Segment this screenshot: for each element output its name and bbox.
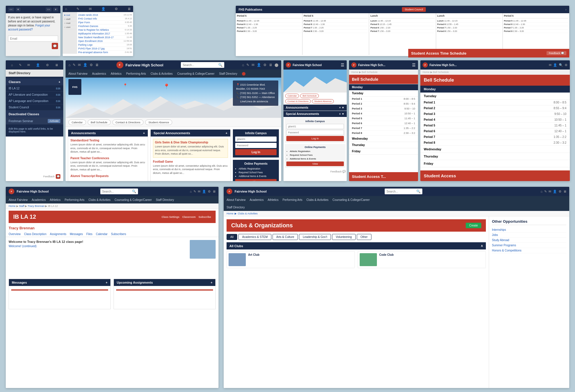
- nav-item-3[interactable]: ○ mail: [63, 21, 76, 25]
- assignments-link[interactable]: Assignments: [50, 232, 66, 236]
- messages-link[interactable]: Messages: [70, 232, 83, 236]
- clubs-user-icon[interactable]: 👤: [553, 190, 557, 193]
- add-class-button[interactable]: +: [59, 80, 60, 84]
- mail-icon-2[interactable]: ✉: [252, 63, 254, 67]
- clubs-search-input[interactable]: [386, 190, 415, 193]
- mail-icon[interactable]: ✉: [78, 63, 81, 67]
- classroom-link[interactable]: Classroom: [182, 216, 196, 218]
- search-input[interactable]: [183, 64, 217, 67]
- search-box[interactable]: 🔍: [181, 62, 224, 68]
- user-icon[interactable]: 👤: [83, 63, 87, 67]
- breadcrumb-link[interactable]: Tracy Brennan: [28, 205, 45, 207]
- back-button[interactable]: <<: [8, 7, 14, 11]
- gear-icon[interactable]: ⚙: [46, 63, 49, 67]
- back-dropdown[interactable]: ▼: [16, 7, 21, 11]
- subscribers-link[interactable]: Subscribers: [111, 232, 126, 236]
- file-item[interactable]: PVHS Flyer 2016-17.jpg19:51: [78, 47, 132, 51]
- menu-icon[interactable]: ☰: [341, 63, 344, 67]
- opps-jobs[interactable]: Jobs: [492, 232, 566, 238]
- class-edit-link[interactable]: Edit: [56, 100, 60, 103]
- clubs-edit-icon[interactable]: ✎: [544, 190, 547, 193]
- expand-icon[interactable]: + ▼: [339, 106, 344, 109]
- ic-username-input[interactable]: [235, 137, 277, 142]
- nav-clubs[interactable]: Clubs & Activities: [151, 72, 173, 75]
- class-edit-link[interactable]: Edit: [56, 87, 60, 90]
- student-council-btn[interactable]: Student Council: [402, 7, 426, 12]
- user-icon-2[interactable]: 👤: [257, 63, 261, 67]
- files-link[interactable]: Files: [86, 232, 92, 236]
- filter-volunteering[interactable]: Volunteering: [332, 234, 356, 240]
- teacher-name[interactable]: Tracy Brennan: [6, 225, 218, 231]
- circle-icon[interactable]: ⬤: [275, 63, 278, 67]
- edit-icon-2[interactable]: ✎: [246, 63, 249, 67]
- nav-performing-arts[interactable]: Performing Arts: [65, 198, 85, 201]
- cp-home-icon[interactable]: ⌂: [190, 190, 192, 193]
- club-card-2[interactable]: Code Club: [358, 251, 486, 268]
- nav-about[interactable]: About Fairview: [9, 198, 28, 201]
- announcement-title[interactable]: Standardized Testing: [70, 139, 145, 142]
- ic-password-input[interactable]: [235, 143, 277, 148]
- file-item[interactable]: MyBlueprint Information 20171:35:49: [78, 32, 132, 36]
- file-item[interactable]: Open Enrollment 201611:59:44: [78, 39, 132, 43]
- home-icon-2[interactable]: ⌂: [242, 63, 244, 67]
- cp-search-input[interactable]: [102, 190, 131, 193]
- announcement-title[interactable]: Parent Teacher Conferences: [70, 157, 145, 160]
- calendar-pill[interactable]: Calendar: [68, 120, 86, 125]
- cp-gear-icon[interactable]: ⚙: [208, 190, 211, 193]
- create-button[interactable]: Create: [466, 223, 481, 228]
- clubs-nav-athletics[interactable]: Athletics: [268, 198, 279, 201]
- mobile-absence-pill[interactable]: Student Absence: [312, 99, 334, 103]
- overview-link[interactable]: Overview: [9, 232, 21, 236]
- file-item[interactable]: Freshmen Dances5:35: [78, 24, 132, 28]
- nav-athletics[interactable]: Athletics: [111, 72, 122, 75]
- home-icon[interactable]: ⌂: [68, 63, 70, 67]
- mobile-special-ann-section[interactable]: Special Announcements + ▼: [283, 111, 347, 117]
- file-item[interactable]: create rando 201615:11:53: [78, 13, 132, 17]
- class-desc-link[interactable]: Class Description: [24, 232, 47, 236]
- file-item[interactable]: FHS Contact Info16.4.12: [78, 17, 132, 21]
- clubs-home-icon[interactable]: ⌂: [540, 190, 543, 193]
- feedback-icon[interactable]: 💬: [342, 170, 346, 173]
- add-announcement-button[interactable]: +: [143, 131, 145, 135]
- edit-page-link[interactable]: Edit this page to add useful links, to b…: [6, 126, 63, 135]
- file-item[interactable]: Flyer Form3:35:45: [78, 21, 132, 24]
- user-icon[interactable]: 👤: [101, 7, 106, 11]
- nav-item-2[interactable]: ○ staff: [63, 17, 76, 21]
- mobile-view-btn[interactable]: View: [286, 162, 344, 166]
- filter-leadership[interactable]: Leadership & Gov't: [299, 234, 331, 240]
- nav-performing-arts[interactable]: Performing Arts: [126, 72, 146, 75]
- chat-icon[interactable]: 💬: [52, 43, 58, 49]
- club-name-2[interactable]: Code Club: [379, 253, 394, 256]
- welcome-text[interactable]: Welcome! (continued): [9, 245, 216, 248]
- file-item[interactable]: New Student Handbook 2016-1711:43: [78, 36, 132, 39]
- forward-dropdown[interactable]: ▼: [53, 7, 58, 11]
- special-ann-title-1[interactable]: Girls Swim & Dive State Championship: [155, 141, 226, 144]
- filter-all[interactable]: All: [227, 234, 237, 240]
- far-gear-icon[interactable]: ⚙: [565, 63, 568, 67]
- opps-honors[interactable]: Honors & Competitions: [492, 248, 566, 253]
- monitor-icon[interactable]: 🖥: [55, 63, 58, 67]
- forward-button[interactable]: >>: [46, 7, 52, 11]
- gear-icon[interactable]: ⚙: [115, 7, 118, 11]
- contact-directions-pill[interactable]: Contact & Directions: [112, 120, 144, 125]
- clubs-mail-icon[interactable]: ✉: [549, 190, 551, 193]
- gear-icon[interactable]: ⚙: [90, 63, 93, 67]
- far-mail-icon[interactable]: ✉: [549, 63, 551, 67]
- filter-academics[interactable]: Academics & STEM: [238, 234, 271, 240]
- monitor-icon[interactable]: 🖥: [95, 63, 99, 67]
- add-message-icon[interactable]: +: [106, 281, 108, 284]
- mail-icon[interactable]: ✉: [89, 7, 92, 11]
- more-special-ann-link[interactable]: More Announcements: [153, 178, 228, 178]
- bell-schedule-pill[interactable]: Bell Schedule: [88, 120, 111, 125]
- collapse-icon[interactable]: ∧: [481, 244, 483, 248]
- student-absence-pill[interactable]: Student Absence: [145, 120, 172, 125]
- mobile-bell-pill[interactable]: Bell Schedule: [300, 94, 319, 98]
- filter-other[interactable]: Other: [357, 234, 371, 240]
- clubs-nav-performing-arts[interactable]: Performing Arts: [283, 198, 302, 201]
- calendar-link[interactable]: Calendar: [96, 232, 108, 236]
- mobile-ic-login-btn[interactable]: Log In: [286, 136, 344, 141]
- club-name-1[interactable]: Art Club: [248, 253, 259, 256]
- cp-mail-icon[interactable]: ✉: [198, 190, 200, 193]
- filter-arts[interactable]: Arts & Culture: [273, 234, 298, 240]
- clubs-nav-counseling[interactable]: Counseling & College/Career: [332, 198, 370, 201]
